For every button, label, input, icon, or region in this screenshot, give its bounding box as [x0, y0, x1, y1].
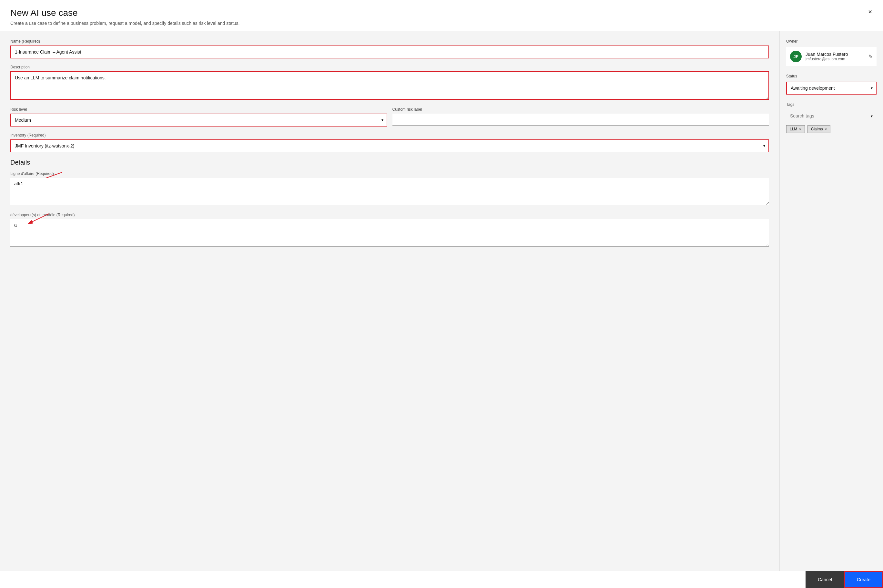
name-label: Name (Required)	[10, 39, 769, 44]
tags-search-input[interactable]	[786, 110, 877, 122]
sidebar: Owner JF Juan Marcos Fustero jmfustero@e…	[780, 31, 883, 571]
tags-label: Tags	[786, 102, 877, 107]
inventory-group: Inventory (Required) JMF Inventory (itz-…	[10, 133, 769, 152]
owner-card: JF Juan Marcos Fustero jmfustero@es.ibm.…	[786, 47, 877, 66]
tag-claims: Claims ×	[808, 125, 831, 133]
status-section: Status Awaiting development In developme…	[786, 74, 877, 94]
developpeur-textarea[interactable]: a	[10, 219, 769, 246]
owner-section: Owner JF Juan Marcos Fustero jmfustero@e…	[786, 39, 877, 66]
owner-name: Juan Marcos Fustero	[805, 52, 865, 57]
owner-label: Owner	[786, 39, 877, 44]
modal-body: Name (Required) Description Risk level L…	[0, 31, 883, 571]
avatar: JF	[790, 51, 802, 62]
modal-footer: Cancel Create	[0, 571, 883, 588]
risk-level-select-wrapper: Low Medium High Very High ▾	[10, 114, 387, 126]
tag-llm: LLM ×	[786, 125, 805, 133]
description-group: Description	[10, 65, 769, 101]
tag-claims-remove-button[interactable]: ×	[825, 128, 826, 131]
developpeur-label: développeur(s) du modèle (Required)	[10, 213, 769, 217]
ligne-group: Ligne d'affaire (Required) attr1	[10, 171, 769, 206]
ligne-label: Ligne d'affaire (Required)	[10, 171, 769, 176]
tags-dropdown-wrapper: ▾	[786, 110, 877, 122]
owner-info: Juan Marcos Fustero jmfustero@es.ibm.com	[805, 52, 865, 62]
main-content: Name (Required) Description Risk level L…	[0, 31, 780, 571]
risk-row: Risk level Low Medium High Very High ▾ C…	[10, 107, 769, 133]
tag-llm-label: LLM	[790, 127, 797, 131]
modal-title: New AI use case	[10, 8, 873, 18]
details-section-title: Details	[10, 159, 769, 166]
owner-email: jmfustero@es.ibm.com	[805, 57, 865, 62]
tags-section: Tags ▾ LLM × Claims ×	[786, 102, 877, 133]
modal-overlay: New AI use case Create a use case to def…	[0, 0, 883, 588]
tags-container: LLM × Claims ×	[786, 125, 877, 133]
description-textarea[interactable]	[10, 71, 769, 100]
edit-owner-button[interactable]: ✎	[868, 54, 873, 60]
risk-level-select[interactable]: Low Medium High Very High	[10, 114, 387, 126]
status-label: Status	[786, 74, 877, 78]
create-button[interactable]: Create	[844, 571, 883, 588]
custom-risk-input[interactable]	[393, 114, 769, 126]
risk-level-group: Risk level Low Medium High Very High ▾	[10, 107, 387, 126]
inventory-select[interactable]: JMF Inventory (itz-watsonx-2)	[10, 140, 769, 152]
risk-level-label: Risk level	[10, 107, 387, 112]
modal-header: New AI use case Create a use case to def…	[0, 0, 883, 31]
status-dropdown: Awaiting development In development In r…	[786, 82, 877, 94]
custom-risk-label: Custom risk label	[393, 107, 769, 112]
modal-subtitle: Create a use case to define a business p…	[10, 21, 873, 26]
inventory-select-wrapper: JMF Inventory (itz-watsonx-2) ▾	[10, 140, 769, 152]
custom-risk-group: Custom risk label	[393, 107, 769, 126]
pencil-icon: ✎	[868, 54, 873, 59]
tag-llm-remove-button[interactable]: ×	[799, 128, 801, 131]
developpeur-group: développeur(s) du modèle (Required) a	[10, 213, 769, 248]
name-input[interactable]	[10, 45, 769, 58]
status-select[interactable]: Awaiting development In development In r…	[786, 82, 877, 94]
ligne-textarea[interactable]: attr1	[10, 178, 769, 205]
name-group: Name (Required)	[10, 39, 769, 58]
tag-claims-label: Claims	[811, 127, 823, 131]
cancel-button[interactable]: Cancel	[805, 571, 844, 588]
close-button[interactable]: ×	[865, 6, 875, 17]
inventory-label: Inventory (Required)	[10, 133, 769, 138]
description-label: Description	[10, 65, 769, 69]
